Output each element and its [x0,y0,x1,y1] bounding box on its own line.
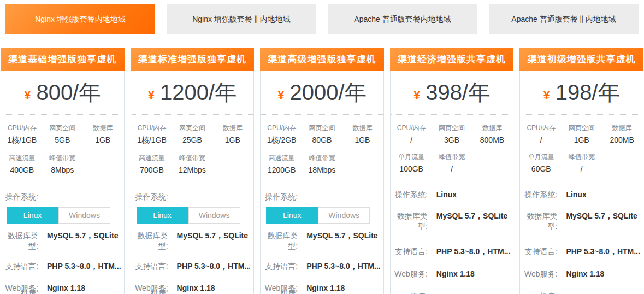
os-label: 操作系统: [391,190,428,200]
os-toggle: Linux Windows [137,207,254,224]
tab-nginx-enhanced-non-mainland[interactable]: Nginx 增强版套餐非内地地域 [167,4,316,34]
os-windows-button[interactable]: Windows [58,207,110,224]
plan-cards: 渠道基础增强版独享虚机 ¥ 800/年 CPU/内存 网页空间 数据库 1核/1… [0,34,644,294]
os-value: Linux [566,190,640,200]
datacenter-label: 机房: [520,291,557,294]
tab-nginx-enhanced-mainland[interactable]: Nginx 增强版套餐内地地域 [5,4,155,34]
spec-value: 5GB [41,134,84,145]
spec-value: 1GB [214,134,251,145]
os-toggle: Linux Windows [266,207,383,224]
plan-card-standard: 渠道标准增强版独享虚机 ¥ 1200/年 CPU/内存 网页空间 数据库 1核/… [131,48,255,294]
db-type-label: 数据库类型: [520,211,557,232]
spec-label: 数据库 [603,124,641,133]
db-type-label: 数据库类型: [261,231,298,251]
language-label: 支持语言: [261,261,298,272]
spec-label: 数据库 [474,124,511,133]
os-toggle: Linux Windows [7,207,124,224]
db-type-value: MySQL 5.7，SQLite [306,231,380,251]
spec-label: CPU/内存 [393,124,430,133]
spec-value: 1核/2GB [263,134,300,145]
spec-label: 单月流量 [393,152,430,162]
web-service-row: Web服务: Nginx 1.18 [391,269,513,279]
plan-card-advanced: 渠道高级增强版独享虚机 ¥ 2000/年 CPU/内存 网页空间 数据库 1核/… [260,48,384,294]
language-row: 支持语言: PHP 5.3~8.0，HTM... [131,261,254,272]
spec-value: 80GB [300,134,344,145]
spec-label: 峰值带宽 [300,154,344,163]
spec-label: 网页空间 [170,124,214,133]
plan-title: 渠道基础增强版独享虚机 [1,48,125,71]
os-row: 操作系统: Linux [391,190,513,200]
os-windows-button[interactable]: Windows [188,207,240,224]
price-amount: 198/年 [556,78,620,108]
os-windows-button[interactable]: Windows [318,207,370,224]
spec-label: 峰值带宽 [430,152,474,162]
spec-label: 网页空间 [300,124,344,133]
currency-symbol: ¥ [277,88,284,102]
plan-title: 渠道初级增强版共享虚机 [519,48,643,71]
spec-value: 1核/1GB [133,134,171,145]
price-amount: 1200/年 [160,78,237,108]
datacenter-label: 机房: [391,291,428,294]
language-label: 支持语言: [131,261,168,272]
spec-label: 数据库 [214,124,251,133]
web-service-label: Web服务: [520,269,557,279]
datacenter-row: 机房: [131,288,254,294]
plan-title: 渠道标准增强版独享虚机 [131,48,255,71]
tab-apache-basic-non-mainland[interactable]: Apache 普通版套餐非内地地域 [489,4,639,34]
spec-label: 数据库 [84,124,122,133]
language-label: 支持语言: [391,246,428,257]
spec-value: 800MB [474,134,511,144]
os-linux-button[interactable]: Linux [7,207,58,224]
plan-tabs: Nginx 增强版套餐内地地域 Nginx 增强版套餐非内地地域 Apache … [0,0,644,34]
language-value: PHP 5.3~8.0，HTM... [177,261,251,272]
spec-label: 网页空间 [560,124,603,133]
spec-value: 400GB [3,164,41,174]
os-linux-button[interactable]: Linux [266,207,318,224]
datacenter-value [177,288,251,294]
os-row: 操作系统: [1,192,124,202]
spec-value: / [393,134,430,144]
web-service-value: Nginx 1.18 [566,269,640,279]
os-linux-button[interactable]: Linux [137,207,188,224]
web-service-label: Web服务: [391,269,428,279]
price-amount: 398/年 [426,78,490,108]
os-row: 操作系统: [131,192,254,202]
spec-label: CPU/内存 [133,124,171,133]
spec-value: 1GB [84,134,122,145]
datacenter-row: 机房: [1,288,124,294]
currency-symbol: ¥ [543,88,550,102]
price-period: /年 [462,80,490,104]
datacenter-row: 机房: [261,288,383,294]
spec-value: / [560,163,603,173]
datacenter-value [306,288,380,294]
currency-symbol: ¥ [413,88,420,102]
currency-symbol: ¥ [148,88,155,102]
spec-grid: CPU/内存 网页空间 数据库 / 3GB 800MB 单月流量 峰值带宽 10… [391,115,513,177]
os-label: 操作系统: [261,192,298,202]
plan-price: ¥ 398/年 [391,71,513,115]
language-value: PHP 5.3~8.0，HTM... [47,261,121,272]
spec-value: 100GB [393,163,430,173]
price-period: /年 [73,80,101,104]
spec-value: / [430,163,474,173]
price-period: /年 [592,80,620,104]
db-type-value: MySQL 5.7，SQLite [47,231,121,251]
spec-label: 数据库 [344,124,381,133]
price-amount: 2000/年 [290,78,367,108]
os-value: Linux [436,190,510,200]
datacenter-row: 机房: [520,291,643,294]
datacenter-label: 机房: [261,288,298,294]
db-type-row: 数据库类型: MySQL 5.7，SQLite [131,231,254,251]
db-type-value: MySQL 5.7，SQLite [436,211,510,232]
language-value: PHP 5.3~8.0，HTM... [436,246,510,257]
db-type-row: 数据库类型: MySQL 5.7，SQLite [520,211,643,232]
db-type-row: 数据库类型: MySQL 5.7，SQLite [391,211,513,232]
web-service-row: Web服务: Nginx 1.18 [520,269,643,279]
tab-apache-basic-mainland[interactable]: Apache 普通版套餐内地地域 [328,4,477,34]
plan-price: ¥ 198/年 [521,71,642,115]
language-row: 支持语言: PHP 5.3~8.0，HTM... [520,246,643,257]
spec-grid: CPU/内存 网页空间 数据库 1核/1GB 25GB 1GB 高速流量 峰值带… [131,115,254,178]
spec-label: CPU/内存 [263,124,300,133]
spec-grid: CPU/内存 网页空间 数据库 1核/1GB 5GB 1GB 高速流量 峰值带宽… [1,115,124,178]
spec-label: 高速流量 [3,154,41,163]
